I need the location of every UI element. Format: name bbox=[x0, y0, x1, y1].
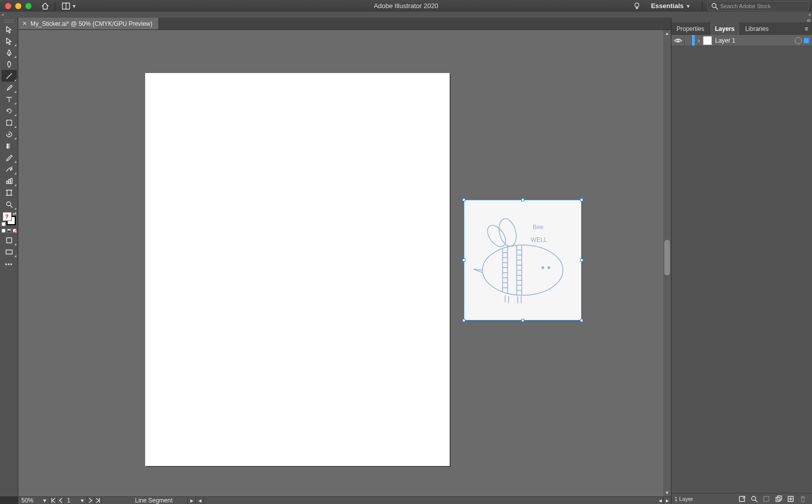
last-artboard-button[interactable] bbox=[94, 497, 101, 504]
document-tabstrip: ✕ My_Sticker.ai* @ 50% (CMYK/GPU Preview… bbox=[18, 18, 671, 30]
selection-tool[interactable] bbox=[2, 23, 17, 35]
resize-handle[interactable] bbox=[462, 198, 465, 201]
vertical-scrollbar[interactable]: ▲ ▼ bbox=[663, 30, 671, 496]
chevron-down-icon[interactable]: ▾ bbox=[81, 497, 84, 504]
fill-stroke-swatch[interactable]: ? ⇄ bbox=[2, 211, 17, 226]
close-icon[interactable]: ✕ bbox=[22, 20, 27, 27]
status-menu-left-icon[interactable]: ◂ bbox=[196, 497, 204, 504]
scroll-left-icon[interactable]: ◂ bbox=[657, 497, 664, 504]
gradient-tool[interactable] bbox=[2, 140, 17, 152]
status-menu-right-icon[interactable]: ▸ bbox=[188, 497, 196, 504]
new-layer-icon[interactable] bbox=[785, 493, 797, 504]
next-artboard-button[interactable] bbox=[87, 497, 94, 504]
zoom-level[interactable]: 50% ▾ bbox=[18, 497, 50, 504]
scroll-up-icon[interactable]: ▲ bbox=[663, 30, 671, 37]
layer-selection-indicator[interactable] bbox=[804, 38, 809, 43]
chevron-down-icon[interactable]: ▾ bbox=[43, 497, 46, 504]
shape-builder-tool[interactable] bbox=[2, 117, 17, 128]
stock-search-input[interactable] bbox=[720, 3, 805, 9]
scroll-down-icon[interactable]: ▼ bbox=[663, 489, 671, 496]
prev-artboard-button[interactable] bbox=[57, 497, 64, 504]
window-close[interactable] bbox=[5, 3, 11, 9]
layers-panel-body bbox=[671, 46, 812, 493]
svg-rect-29 bbox=[776, 497, 780, 501]
expand-left-icon[interactable]: ›› bbox=[2, 12, 4, 17]
window-minimize[interactable] bbox=[15, 3, 21, 9]
placed-image[interactable]: Bee WELL bbox=[464, 200, 582, 320]
resize-handle[interactable] bbox=[580, 259, 583, 262]
resize-handle[interactable] bbox=[521, 198, 524, 201]
artboard[interactable] bbox=[145, 73, 450, 466]
document-tab[interactable]: ✕ My_Sticker.ai* @ 50% (CMYK/GPU Preview… bbox=[18, 18, 159, 29]
window-zoom[interactable] bbox=[25, 3, 31, 9]
svg-point-20 bbox=[542, 267, 544, 269]
chevron-down-icon[interactable]: ▾ bbox=[73, 3, 76, 10]
line-segment-tool[interactable] bbox=[2, 70, 17, 82]
panel-menu-icon[interactable]: ≡ bbox=[801, 22, 812, 35]
tab-properties[interactable]: Properties bbox=[671, 22, 710, 35]
draw-normal-icon[interactable] bbox=[2, 234, 17, 246]
resize-handle[interactable] bbox=[462, 259, 465, 262]
control-strip: ›› ‹‹ bbox=[0, 12, 812, 18]
paintbrush-tool[interactable] bbox=[2, 82, 17, 93]
fill-swatch[interactable]: ? bbox=[3, 212, 12, 221]
resize-handle[interactable] bbox=[580, 198, 583, 201]
locate-layer-icon[interactable] bbox=[748, 493, 760, 504]
eyedropper-tool[interactable] bbox=[2, 152, 17, 163]
free-transform-tool[interactable] bbox=[2, 128, 17, 140]
type-tool[interactable] bbox=[2, 93, 17, 105]
layer-disclosure-icon[interactable]: › bbox=[695, 37, 703, 44]
column-graph-tool[interactable] bbox=[2, 175, 17, 187]
edit-toolbar-button[interactable]: ••• bbox=[2, 258, 17, 269]
layer-name[interactable]: Layer 1 bbox=[715, 37, 795, 44]
first-artboard-button[interactable] bbox=[50, 497, 57, 504]
layers-panel-footer: 1 Layer bbox=[671, 493, 812, 504]
new-sublayer-icon[interactable] bbox=[772, 493, 785, 504]
visibility-toggle[interactable] bbox=[671, 35, 685, 46]
chevron-down-icon[interactable]: ▾ bbox=[687, 3, 690, 10]
default-fill-stroke-icon[interactable] bbox=[2, 222, 6, 226]
tools-panel: ? ⇄ ••• bbox=[0, 18, 18, 496]
rotate-tool[interactable] bbox=[2, 105, 17, 117]
resize-handle[interactable] bbox=[521, 319, 524, 322]
svg-line-5 bbox=[7, 74, 12, 79]
svg-point-23 bbox=[484, 222, 509, 250]
tab-layers[interactable]: Layers bbox=[710, 22, 740, 35]
direct-selection-tool[interactable] bbox=[2, 35, 17, 47]
screen-mode-icon[interactable] bbox=[2, 246, 17, 258]
delete-layer-icon[interactable] bbox=[797, 493, 809, 504]
resize-handle[interactable] bbox=[580, 319, 583, 322]
panels-dock: ‹‹ Properties Layers Libraries ≡ › Layer… bbox=[671, 18, 812, 504]
status-tool-name: Line Segment bbox=[101, 497, 188, 504]
scroll-thumb[interactable] bbox=[664, 240, 670, 275]
zoom-tool[interactable] bbox=[2, 198, 17, 210]
swap-fill-stroke-icon[interactable]: ⇄ bbox=[13, 211, 17, 216]
panel-grip[interactable] bbox=[4, 20, 14, 22]
arrange-documents-icon[interactable] bbox=[61, 3, 71, 10]
symbol-sprayer-tool[interactable] bbox=[2, 163, 17, 175]
svg-rect-11 bbox=[7, 181, 8, 184]
scroll-right-icon[interactable]: ▸ bbox=[664, 497, 671, 504]
svg-point-22 bbox=[496, 217, 519, 248]
workspace-switcher[interactable]: Essentials bbox=[651, 2, 684, 10]
color-mode-gradient[interactable] bbox=[7, 229, 11, 233]
color-mode-solid[interactable] bbox=[2, 229, 6, 233]
tab-libraries[interactable]: Libraries bbox=[740, 22, 774, 35]
svg-rect-8 bbox=[7, 143, 12, 149]
pen-tool[interactable] bbox=[2, 47, 17, 58]
color-mode-none[interactable] bbox=[13, 229, 17, 233]
layer-target-icon[interactable] bbox=[795, 37, 802, 44]
resize-handle[interactable] bbox=[462, 319, 465, 322]
home-icon[interactable] bbox=[41, 2, 50, 11]
artboard-navigator[interactable]: 1 ▾ bbox=[64, 497, 87, 504]
lock-toggle[interactable] bbox=[685, 35, 692, 46]
clipping-mask-icon[interactable] bbox=[760, 493, 772, 504]
discover-icon[interactable] bbox=[632, 1, 642, 11]
artboard-tool[interactable] bbox=[2, 187, 17, 198]
svg-point-24 bbox=[677, 40, 679, 42]
canvas[interactable]: Bee WELL ▲ ▼ bbox=[18, 30, 671, 496]
locate-object-icon[interactable] bbox=[736, 493, 748, 504]
curvature-tool[interactable] bbox=[2, 58, 17, 70]
stock-search[interactable] bbox=[707, 1, 809, 11]
layer-row[interactable]: › Layer 1 bbox=[671, 35, 812, 46]
